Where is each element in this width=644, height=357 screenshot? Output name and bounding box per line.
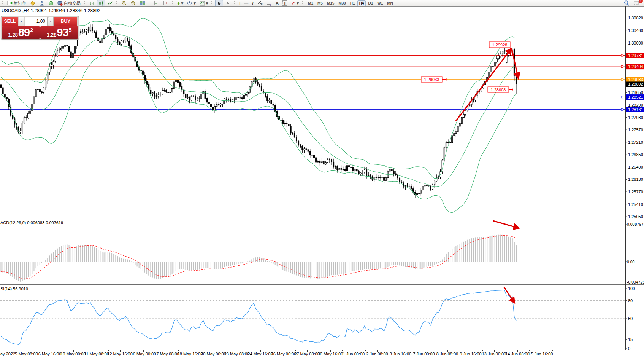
notifications-button[interactable]: 1	[632, 0, 641, 6]
time-axis-minor-tick	[15, 350, 15, 351]
market-watch-button[interactable]	[29, 0, 37, 6]
navigator-button[interactable]	[47, 0, 55, 6]
buy-price-prefix: 1.28	[47, 32, 56, 37]
price-axis-label: 1.27210	[628, 140, 643, 145]
rsi-line	[1, 290, 517, 344]
zoom-out-button[interactable]	[129, 0, 138, 6]
time-axis-label: 30 May 16:00	[318, 352, 343, 356]
auto-scroll-button[interactable]	[152, 0, 161, 6]
channel-tool-button[interactable]: E	[256, 0, 264, 6]
crosshair-button[interactable]	[224, 0, 232, 6]
time-axis-label: 9 Jun 16:00	[460, 352, 482, 356]
time-axis-minor-tick	[459, 350, 459, 351]
sell-button[interactable]: SELL	[2, 17, 18, 26]
time-axis-label: 2 Jun 08:00	[366, 352, 388, 356]
zoom-in-button[interactable]	[120, 0, 128, 6]
time-axis-label: 11 May 08:00	[84, 352, 109, 356]
volume-input[interactable]: 1.00	[25, 17, 48, 26]
cursor-button[interactable]	[215, 0, 223, 6]
macd-axis-label: 0.008797	[627, 222, 644, 226]
time-axis-minor-tick	[132, 350, 132, 351]
trend-arrow[interactable]	[456, 49, 511, 121]
text-tool-button[interactable]: A	[274, 0, 280, 6]
time-axis-minor-tick	[365, 350, 366, 351]
buy-price-display[interactable]: 1.28 93 5	[40, 26, 79, 39]
price-axis-label: 1.28290	[628, 103, 643, 107]
templates-button[interactable]: ▾	[198, 0, 210, 6]
line-chart-mode-button[interactable]	[106, 0, 114, 6]
new-order-button[interactable]: 新订单	[6, 0, 28, 6]
fibonacci-tool-button[interactable]: F	[265, 0, 273, 6]
toolbar-grip[interactable]	[211, 1, 213, 5]
price-annotation[interactable]: 1.29928	[489, 42, 510, 48]
time-axis-minor-tick	[108, 350, 109, 351]
time-axis[interactable]: ay 20225 May 08:006 May 16:0010 May 00:0…	[0, 350, 644, 357]
macd-pane	[1, 235, 517, 282]
price-axis-label: 1.26130	[628, 177, 643, 182]
vertical-line-tool-button[interactable]: |	[238, 0, 242, 6]
arrows-tool-button[interactable]: ▾	[290, 0, 301, 6]
time-axis-minor-tick	[178, 350, 179, 351]
time-axis-minor-tick	[436, 350, 436, 351]
time-axis-minor-tick	[412, 350, 412, 351]
time-axis-label: 24 May 16:00	[247, 352, 273, 356]
volume-decrease-button[interactable]: ▼	[19, 17, 24, 26]
time-axis-label: ay 2022	[0, 352, 15, 356]
arrow-objects-icon	[291, 1, 296, 6]
timeframe-h1[interactable]: H1	[348, 0, 357, 6]
search-button[interactable]	[622, 0, 631, 6]
time-axis-label: 13 Jun 00:00	[482, 352, 506, 356]
macd-arrow[interactable]	[493, 221, 519, 228]
indicators-button[interactable]: + ▾	[176, 0, 185, 6]
price-axis-label: 1.27570	[628, 128, 643, 132]
time-axis-minor-tick	[342, 350, 343, 351]
time-axis-minor-tick	[552, 350, 553, 351]
timeframe-d1[interactable]: D1	[366, 0, 375, 6]
toolbar-grip[interactable]	[2, 1, 4, 5]
data-window-button[interactable]	[38, 0, 46, 6]
sell-price-display[interactable]: 1.28 89 2	[2, 26, 40, 39]
auto-trading-button[interactable]: 自动交易	[56, 0, 82, 6]
price-annotation[interactable]: 1.29033	[421, 76, 446, 82]
time-axis-label: 5 May 08:00	[15, 352, 38, 356]
timeframe-m5[interactable]: M5	[316, 0, 325, 6]
time-axis-minor-tick	[529, 350, 530, 351]
toolbar-grip[interactable]	[116, 1, 118, 5]
timeframe-mn[interactable]: MN	[385, 0, 395, 6]
price-badge-label: 1.28521	[628, 95, 643, 99]
time-axis-minor-tick	[85, 350, 85, 351]
chart-shift-button[interactable]	[162, 0, 170, 6]
tile-windows-button[interactable]	[138, 0, 147, 6]
chart-plot[interactable]: 1.308201.304601.300901.293701.286501.282…	[0, 0, 644, 357]
timeframe-m30[interactable]: M30	[336, 0, 347, 6]
label-tool-button[interactable]: T	[281, 0, 289, 6]
chart-title: USDCAD-,H4 1.28901 1.29046 1.28846 1.288…	[2, 8, 100, 13]
price-annotation[interactable]: 1.28608	[488, 87, 513, 92]
macd-label: ACD(12,26,9) 0.006083 0.007619	[0, 220, 63, 225]
time-axis-minor-tick	[319, 350, 319, 351]
candlestick-mode-button[interactable]	[97, 0, 105, 6]
time-axis-minor-tick	[295, 350, 296, 351]
time-axis-label: 16 May 00:00	[131, 352, 156, 356]
periods-button[interactable]: ▾	[186, 0, 197, 6]
timeframe-h4[interactable]: H4	[357, 0, 366, 6]
toolbar-grip[interactable]	[234, 1, 236, 5]
auto-trading-icon	[57, 1, 63, 6]
timeframe-m15[interactable]: M15	[325, 0, 336, 6]
timeframe-m1[interactable]: M1	[306, 0, 315, 6]
bar-chart-mode-button[interactable]	[88, 0, 96, 6]
horizontal-line-tool-button[interactable]: —	[243, 0, 250, 6]
price-badge-label: 1.28161	[628, 107, 643, 112]
toolbar-grip[interactable]	[84, 1, 86, 5]
trend-arrow[interactable]	[512, 50, 518, 78]
rsi-arrow[interactable]	[504, 287, 514, 303]
toolbar-grip[interactable]	[172, 1, 174, 5]
volume-increase-button[interactable]: ▲	[48, 17, 54, 26]
trendline-tool-button[interactable]: /	[251, 0, 255, 6]
timeframe-group: M1M5M15M30H1H4D1W1MN	[306, 0, 395, 6]
horizontal-line-icon: —	[244, 1, 248, 5]
buy-button[interactable]: BUY	[54, 17, 77, 26]
toolbar-grip[interactable]	[302, 1, 304, 5]
toolbar-grip[interactable]	[149, 1, 151, 5]
timeframe-w1[interactable]: W1	[375, 0, 385, 6]
